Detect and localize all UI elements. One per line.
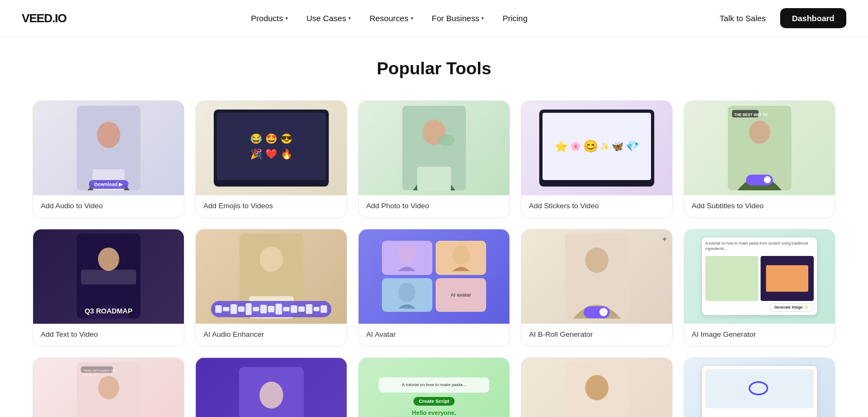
navbar: VEED.IO Products ▾ Use Cases ▾ Resources… — [0, 0, 868, 37]
tool-thumbnail: 😂🤩😎 🎉❤️🔥 — [196, 101, 347, 195]
talk-to-sales-button[interactable]: Talk to Sales — [712, 9, 774, 27]
tool-thumbnail: HELLO AND WELCOME — [196, 358, 347, 418]
person-illustration — [387, 106, 481, 190]
tool-label: Add Photo to Video — [359, 195, 509, 217]
voice-clone-illustration — [550, 362, 643, 417]
chevron-down-icon: ▾ — [348, 15, 351, 21]
toggle — [584, 306, 610, 318]
tool-card-add-subtitles[interactable]: THE BEST WAY TO Add Subtitles to Video — [684, 100, 835, 218]
svg-point-30 — [585, 375, 608, 401]
svg-point-1 — [97, 121, 120, 148]
toggle — [746, 175, 773, 185]
tool-label: AI Image Generator — [684, 324, 835, 346]
tool-thumbnail — [196, 229, 347, 324]
waveform-bar — [211, 301, 331, 317]
chevron-down-icon: ▾ — [411, 15, 413, 21]
tool-label: Add Emojis to Videos — [196, 195, 347, 217]
tools-grid: Download ▶ Add Audio to Video 😂🤩😎 🎉❤️🔥 A… — [33, 100, 835, 417]
video-gen-thumb: HELLO AND WELCOME — [196, 358, 347, 418]
face-grid: AI avatar — [380, 239, 488, 314]
tool-card-ai-script-gen[interactable]: A tutorial on how to make pasta... Creat… — [358, 357, 510, 418]
tool-thumbnail: ✦ — [521, 229, 672, 324]
tool-thumbnail: THE BEST WAY TO — [684, 101, 835, 195]
nav-actions: Talk to Sales Dashboard — [712, 8, 846, 28]
nav-use-cases[interactable]: Use Cases ▾ — [299, 9, 359, 27]
script-thumb: A tutorial on how to make pasta... Creat… — [359, 358, 509, 418]
nav-for-business-label: For Business — [432, 14, 480, 23]
tool-card-annotate-video[interactable]: ✏ Annotate Video — [684, 357, 835, 418]
chevron-down-icon: ▾ — [285, 15, 288, 21]
dashboard-button[interactable]: Dashboard — [780, 8, 846, 28]
nav-for-business[interactable]: For Business ▾ — [424, 9, 492, 27]
tool-thumbnail: Download ▶ — [33, 101, 184, 195]
tool-label: Add Text to Video — [33, 324, 184, 346]
person-illustration — [62, 234, 155, 318]
tool-card-add-audio[interactable]: Download ▶ Add Audio to Video — [33, 100, 184, 218]
tool-label: Add Stickers to Video — [521, 195, 672, 217]
tool-card-add-photo[interactable]: Add Photo to Video — [358, 100, 510, 218]
svg-point-8 — [749, 120, 770, 144]
tool-card-ai-video-gen[interactable]: HELLO AND WELCOME AI Video Generator — [195, 357, 347, 418]
nav-pricing[interactable]: Pricing — [495, 9, 535, 27]
tool-thumbnail: Today we'll explore the history of... Ge… — [33, 358, 184, 418]
tool-card-ai-avatar[interactable]: AI avatar AI Avatar — [358, 229, 510, 347]
nav-products-label: Products — [251, 14, 283, 23]
svg-point-15 — [259, 247, 283, 272]
tool-thumbnail: A tutorial on how to make pasta... Creat… — [359, 358, 509, 418]
svg-rect-13 — [81, 270, 136, 285]
nav-products[interactable]: Products ▾ — [244, 9, 296, 27]
svg-point-28 — [259, 382, 283, 409]
svg-point-23 — [98, 376, 119, 400]
tool-card-add-stickers[interactable]: ⭐ 🌸 😊 ✨ 🦋 💎 Add Stickers to Video — [521, 100, 673, 218]
generate-panel: A tutorial on how to make pasta from scr… — [702, 238, 816, 315]
nav-links: Products ▾ Use Cases ▾ Resources ▾ For B… — [244, 9, 535, 27]
laptop-frame: 😂🤩😎 🎉❤️🔥 — [214, 110, 328, 187]
tool-card-ai-tts[interactable]: Today we'll explore the history of... Ge… — [33, 357, 184, 418]
svg-text:Today we'll explore the: Today we'll explore the — [83, 369, 115, 372]
tool-card-ai-audio-enhancer[interactable]: AI Audio Enhancer — [195, 229, 347, 347]
tool-label: Add Audio to Video — [33, 195, 184, 217]
laptop-frame: ⭐ 🌸 😊 ✨ 🦋 💎 — [539, 110, 654, 187]
tool-label: Add Subtitles to Video — [684, 195, 835, 217]
nav-pricing-label: Pricing — [502, 14, 527, 23]
chevron-down-icon: ▾ — [481, 15, 484, 21]
tool-card-add-text[interactable]: Q3 ROADMAP Add Text to Video — [33, 229, 184, 347]
svg-text:THE BEST WAY TO: THE BEST WAY TO — [734, 112, 768, 116]
tool-thumbnail — [359, 101, 509, 195]
create-script-btn: Create Script — [413, 397, 455, 406]
tool-thumbnail: Q3 ROADMAP — [33, 229, 184, 324]
tool-thumbnail — [521, 358, 672, 418]
tool-card-add-emojis[interactable]: 😂🤩😎 🎉❤️🔥 Add Emojis to Videos — [195, 100, 347, 218]
tool-label: AI B-Roll Generator — [521, 324, 672, 346]
main-content: Popular Tools Download ▶ Add Audio to Vi… — [0, 37, 868, 417]
tool-card-ai-image-gen[interactable]: A tutorial on how to make pasta from scr… — [684, 229, 835, 347]
tool-thumbnail: AI avatar — [359, 229, 509, 324]
tool-thumbnail: ✏ — [684, 358, 835, 418]
person-illustration — [62, 106, 155, 190]
nav-resources-label: Resources — [369, 14, 409, 23]
svg-rect-5 — [417, 166, 451, 190]
svg-point-21 — [585, 248, 608, 273]
roadmap-text: Q3 ROADMAP — [85, 307, 132, 315]
tool-thumbnail: A tutorial on how to make pasta from scr… — [684, 229, 835, 324]
tts-illustration: Today we'll explore the history of... — [62, 362, 155, 417]
nav-resources[interactable]: Resources ▾ — [362, 9, 421, 27]
svg-point-18 — [452, 245, 470, 265]
tool-label: AI Avatar — [359, 324, 509, 346]
sparkle-icons: ✦ — [661, 235, 668, 243]
tool-thumbnail: ⭐ 🌸 😊 ✨ 🦋 💎 — [521, 101, 672, 195]
generate-button: Generate Image ✨ — [769, 303, 813, 312]
svg-rect-6 — [438, 134, 454, 145]
tool-label: AI Audio Enhancer — [196, 324, 347, 346]
overlay-badge: Download ▶ — [89, 180, 129, 189]
annotate-panel: ✏ — [702, 366, 816, 417]
page-title: Popular Tools — [33, 59, 835, 79]
svg-point-19 — [398, 283, 416, 302]
svg-point-17 — [398, 245, 416, 265]
svg-point-12 — [98, 248, 119, 271]
svg-text:history of...: history of... — [83, 374, 99, 377]
nav-use-cases-label: Use Cases — [307, 14, 346, 23]
tool-card-ai-voice-clone[interactable]: AI Voice Cloning — [521, 357, 673, 418]
brand-logo[interactable]: VEED.IO — [22, 11, 66, 25]
tool-card-ai-broll[interactable]: ✦ AI B-Roll Generator — [521, 229, 673, 347]
